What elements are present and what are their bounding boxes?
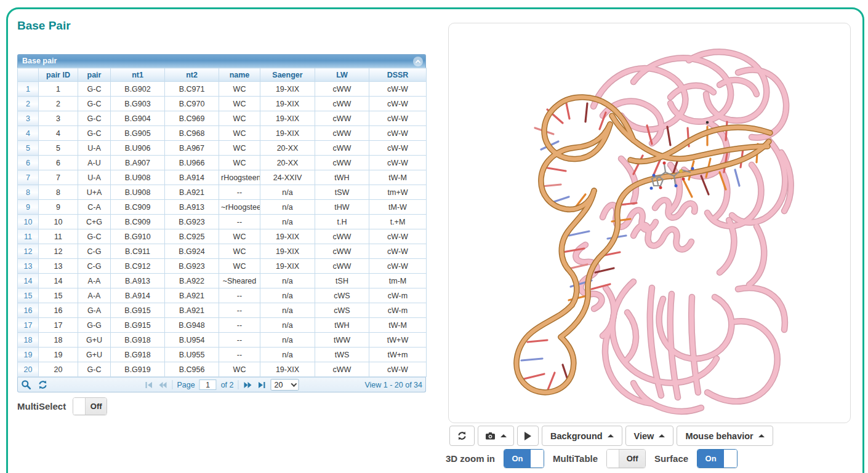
cell-dssr: tm-M [369,274,427,288]
cell-lw: tSH [315,274,369,288]
page-last-button[interactable] [257,381,267,389]
table-row[interactable]: 10 10 C+G B.C909 B.G923 -- n/a t.H t.+M [18,215,427,229]
column-header-nt1[interactable]: nt1 [111,68,165,82]
zoom-3d-state: On [504,450,531,467]
page-number-input[interactable] [199,380,217,390]
table-row[interactable]: 15 15 A-A B.A914 B.A921 -- n/a cWS cW-m [18,288,427,303]
table-row[interactable]: 8 8 U+A B.U908 B.A921 -- n/a tSW tm+W [18,185,427,200]
cell-name: -- [219,215,260,229]
view-dropdown-button[interactable]: View [625,426,674,446]
column-header-lw[interactable]: LW [315,68,369,82]
cell-pair: G-A [78,303,111,318]
cell-pair: G-G [78,318,111,333]
toggle-knob [724,450,737,467]
column-header-name[interactable]: name [219,68,260,82]
grid-reload-button[interactable] [38,380,48,390]
table-row[interactable]: 18 18 G+U B.G918 B.U954 -- n/a tWW tW+W [18,333,427,348]
cell-dssr: cW-W [369,362,427,377]
column-header-pair-id[interactable]: pair ID [39,68,78,82]
column-header-nt2[interactable]: nt2 [165,68,219,82]
cell-pair-id: 5 [39,141,78,156]
row-number-cell: 3 [18,111,39,126]
cell-name: WC [219,156,260,170]
cell-lw: cWW [315,244,369,259]
cell-name: WC [219,82,260,97]
page-prev-button[interactable] [158,381,167,389]
cell-saenger: n/a [260,200,315,215]
table-row[interactable]: 2 2 G-C B.G903 B.C970 WC 19-XIX cWW cW-W [18,97,427,111]
row-number-cell: 4 [18,126,39,141]
cell-saenger: n/a [260,274,315,288]
multitable-state: Off [619,450,645,467]
search-button[interactable] [21,380,31,390]
cell-nt1: B.G915 [111,318,165,333]
cell-saenger: 20-XX [260,156,315,170]
cell-lw: t.H [315,215,369,229]
cell-pair-id: 6 [39,156,78,170]
cell-saenger: n/a [260,348,315,362]
zoom-3d-toggle[interactable]: On [504,449,544,468]
cell-dssr: cW-W [369,111,427,126]
seek-first-icon [144,381,153,389]
cell-pair-id: 15 [39,288,78,303]
page-first-button[interactable] [144,381,153,389]
mouse-behavior-dropdown-button[interactable]: Mouse behavior [677,426,773,446]
cell-nt2: B.A913 [165,200,219,215]
multitable-toggle[interactable]: Off [606,449,646,468]
cell-nt2: B.G923 [165,215,219,229]
table-row[interactable]: 14 14 A-A B.A913 B.A922 ~Sheared n/a tSH… [18,274,427,288]
column-header-pair[interactable]: pair [78,68,111,82]
cell-nt1: B.G918 [111,348,165,362]
table-row[interactable]: 11 11 G-C B.G910 B.C925 WC 19-XIX cWW cW… [18,229,427,244]
table-row[interactable]: 5 5 U-A B.U906 B.A967 WC 20-XX cWW cW-W [18,141,427,156]
background-dropdown-button[interactable]: Background [542,426,622,446]
cell-name: -- [219,288,260,303]
cell-nt2: B.G923 [165,259,219,274]
cell-pair: G-C [78,97,111,111]
grid-caption-bar: Base pair [17,54,426,68]
column-header-dssr[interactable]: DSSR [369,68,427,82]
table-row[interactable]: 12 12 C-G B.C911 B.G924 WC 19-XIX cWW cW… [18,244,427,259]
table-row[interactable]: 3 3 G-C B.G904 B.C969 WC 19-XIX cWW cW-W [18,111,427,126]
toggle-knob [531,450,544,467]
cell-pair: G-C [78,126,111,141]
table-row[interactable]: 4 4 G-C B.G905 B.C968 WC 19-XIX cWW cW-W [18,126,427,141]
row-number-cell: 7 [18,170,39,185]
grid-collapse-button[interactable] [413,57,423,66]
table-row[interactable]: 20 20 G-C B.G919 B.C956 WC 19-XIX cWW cW… [18,362,427,377]
column-header-rn[interactable] [18,68,39,82]
cell-nt2: B.A921 [165,185,219,200]
cell-pair: G+U [78,348,111,362]
cell-pair-id: 3 [39,111,78,126]
row-number-cell: 9 [18,200,39,215]
table-row[interactable]: 9 9 C-A B.C909 B.A913 ~rHoogsteen n/a tH… [18,200,427,215]
cell-dssr: tW+W [369,333,427,348]
viewer-reset-button[interactable] [449,426,475,446]
cell-nt1: B.G904 [111,111,165,126]
play-button[interactable] [517,426,539,446]
table-row[interactable]: 7 7 U-A B.U908 B.A914 rHoogsteen 24-XXIV… [18,170,427,185]
table-row[interactable]: 17 17 G-G B.G915 B.G948 -- n/a tWH tW-M [18,318,427,333]
table-row[interactable]: 16 16 G-A B.G915 B.A921 -- n/a cWS cW-m [18,303,427,318]
column-header-saenger[interactable]: Saenger [260,68,315,82]
page-size-select[interactable]: 20 [271,379,299,391]
cell-lw: tHW [315,200,369,215]
cell-pair-id: 16 [39,303,78,318]
snapshot-dropdown-button[interactable] [478,426,514,446]
page-next-button[interactable] [243,381,253,389]
multiselect-toggle[interactable]: Off [73,397,107,415]
table-row[interactable]: 6 6 A-U B.A907 B.U966 WC 20-XX cWW cW-W [18,156,427,170]
cell-dssr: cW-W [369,156,427,170]
cell-nt1: B.A907 [111,156,165,170]
cell-pair: U-A [78,141,111,156]
table-row[interactable]: 19 19 G+U B.G918 B.U955 -- n/a tWS tW+m [18,348,427,362]
table-row[interactable]: 1 1 G-C B.G902 B.C971 WC 19-XIX cWW cW-W [18,82,427,97]
surface-toggle[interactable]: On [697,449,737,468]
grid-pager: Page of 2 20 View 1 - 20 of 34 [17,377,426,392]
table-row[interactable]: 13 13 C-G B.C912 B.G923 WC 19-XIX cWW cW… [18,259,427,274]
search-icon [21,380,31,390]
view-label: View [634,431,654,441]
cell-saenger: 19-XIX [260,362,315,377]
molecule-viewer-panel[interactable] [448,23,851,423]
cell-nt2: B.A967 [165,141,219,156]
